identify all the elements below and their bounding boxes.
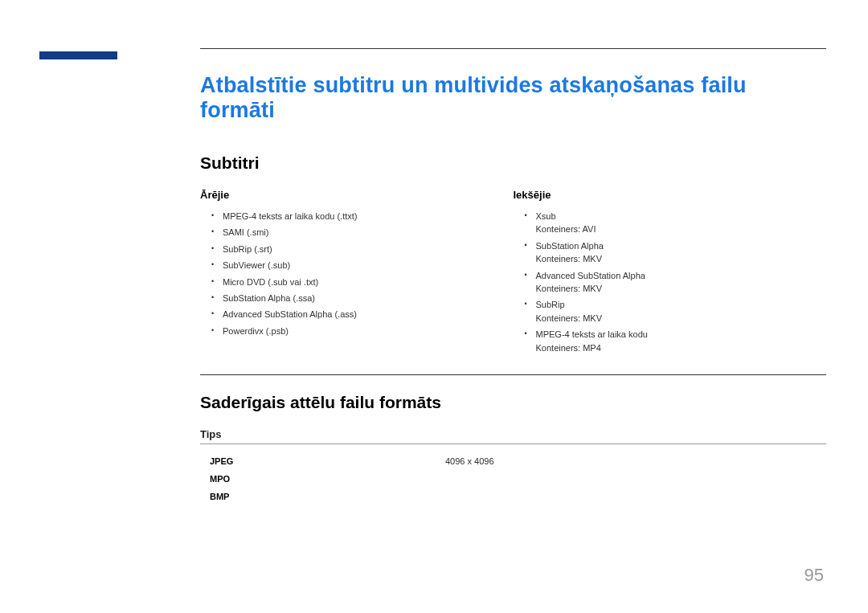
top-divider [200, 48, 826, 49]
list-item: SubViewer (.sub) [211, 260, 514, 272]
list-item: SAMI (.smi) [211, 227, 514, 239]
internal-subtitles-column: Iekšējie XsubKonteiners: AVISubStation A… [514, 189, 827, 358]
list-item: SubRipKonteiners: MKV [525, 299, 827, 325]
subtitles-columns: Ārējie MPEG-4 teksts ar laika kodu (.ttx… [200, 189, 826, 358]
page-title: Atbalstītie subtitru un multivides atska… [200, 73, 826, 123]
page-number: 95 [805, 565, 824, 586]
subtitles-section-title: Subtitri [200, 153, 826, 173]
table-row: BMP [200, 488, 826, 505]
list-item-main: Micro DVD (.sub vai .txt) [223, 277, 318, 287]
format-cell: JPEG [200, 452, 445, 470]
format-cell: MPO [200, 470, 445, 488]
value-cell [445, 488, 826, 505]
list-item: SubStation Alpha (.ssa) [211, 292, 514, 304]
internal-list: XsubKonteiners: AVISubStation AlphaKonte… [514, 210, 827, 354]
list-item-main: SubRip (.srt) [223, 244, 272, 254]
list-item-main: Xsub [536, 211, 556, 221]
tips-divider [200, 443, 826, 444]
list-item-sub: Konteiners: MKV [536, 253, 827, 265]
list-item-main: SubStation Alpha [536, 241, 604, 251]
brand-accent-bar [39, 51, 117, 59]
list-item-main: Powerdivx (.psb) [223, 326, 289, 336]
external-list: MPEG-4 teksts ar laika kodu (.ttxt)SAMI … [200, 210, 514, 337]
list-item-main: Advanced SubStation Alpha [536, 271, 645, 280]
list-item: Advanced SubStation Alpha (.ass) [211, 309, 514, 321]
format-cell: BMP [200, 488, 445, 505]
external-subtitles-column: Ārējie MPEG-4 teksts ar laika kodu (.ttx… [200, 189, 514, 358]
list-item-main: SubRip [536, 300, 565, 309]
section-divider [200, 374, 826, 375]
content-area: Atbalstītie subtitru un multivides atska… [200, 48, 826, 505]
table-row: JPEG4096 x 4096 [200, 452, 826, 470]
list-item-sub: Konteiners: MP4 [536, 342, 827, 354]
list-item-main: MPEG-4 teksts ar laika kodu (.ttxt) [223, 211, 358, 221]
image-formats-table: JPEG4096 x 4096MPOBMP [200, 452, 826, 505]
list-item: SubRip (.srt) [211, 243, 514, 255]
internal-heading: Iekšējie [514, 189, 827, 201]
list-item-main: SAMI (.smi) [223, 227, 268, 237]
list-item: MPEG-4 teksts ar laika kodu (.ttxt) [211, 210, 514, 223]
list-item: SubStation AlphaKonteiners: MKV [525, 240, 827, 266]
list-item-main: Advanced SubStation Alpha (.ass) [223, 309, 357, 319]
list-item-sub: Konteiners: MKV [536, 283, 827, 295]
external-heading: Ārējie [200, 189, 514, 201]
list-item-sub: Konteiners: AVI [536, 223, 827, 235]
list-item: Powerdivx (.psb) [211, 325, 514, 337]
image-formats-section-title: Saderīgais attēlu failu formāts [200, 393, 826, 412]
list-item: Advanced SubStation AlphaKonteiners: MKV [525, 270, 827, 296]
list-item-sub: Konteiners: MKV [536, 313, 827, 325]
value-cell: 4096 x 4096 [445, 452, 826, 470]
list-item: MPEG-4 teksts ar laika koduKonteiners: M… [525, 329, 827, 354]
list-item: Micro DVD (.sub vai .txt) [211, 276, 514, 288]
list-item-main: SubStation Alpha (.ssa) [223, 293, 315, 303]
value-cell [445, 470, 826, 488]
list-item-main: MPEG-4 teksts ar laika kodu [536, 329, 648, 339]
table-row: MPO [200, 470, 826, 488]
list-item: XsubKonteiners: AVI [525, 210, 827, 236]
list-item-main: SubViewer (.sub) [223, 260, 290, 270]
tips-heading: Tips [200, 428, 826, 440]
